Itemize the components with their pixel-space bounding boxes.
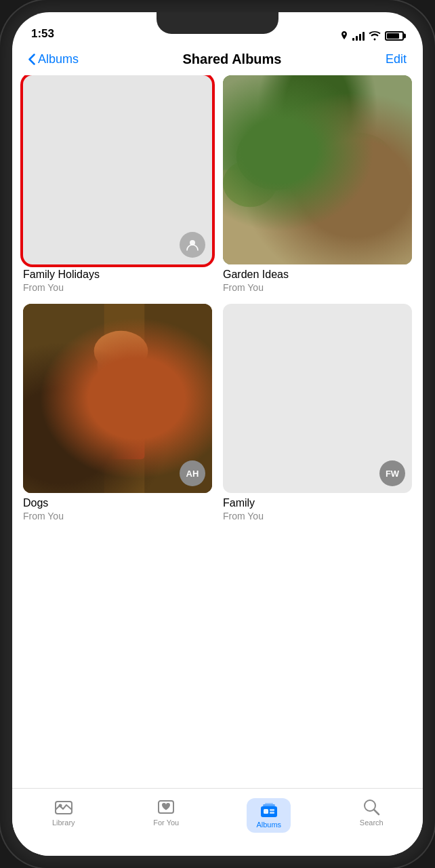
tab-library[interactable]: Library (12, 795, 115, 829)
svg-point-3 (236, 123, 318, 191)
person-badge-family-holidays (180, 232, 205, 258)
svg-rect-23 (264, 809, 268, 814)
tab-albums-label: Albums (256, 821, 281, 829)
svg-rect-21 (263, 804, 275, 806)
album-item-family-holidays[interactable]: Family Holidays From You (23, 75, 212, 293)
album-sub-dogs: From You (23, 511, 212, 521)
nav-bar: Albums Shared Albums Edit (12, 46, 423, 75)
svg-point-4 (284, 102, 352, 184)
location-icon (340, 31, 348, 41)
tab-for-you[interactable]: For You (115, 795, 218, 829)
album-thumb-family: FW (223, 304, 412, 493)
tab-search-label: Search (360, 818, 384, 827)
svg-point-14 (94, 331, 148, 372)
svg-rect-2 (223, 170, 412, 265)
tab-albums[interactable]: Albums (218, 795, 320, 835)
svg-rect-22 (265, 803, 273, 804)
svg-rect-1 (223, 75, 412, 264)
svg-rect-20 (261, 806, 277, 817)
svg-rect-10 (23, 304, 104, 493)
edit-button[interactable]: Edit (386, 52, 407, 66)
tab-for-you-label: For You (153, 818, 179, 827)
library-icon (54, 798, 73, 816)
albums-icon (260, 802, 278, 818)
dogs-badge: AH (180, 460, 205, 486)
back-button[interactable]: Albums (28, 52, 79, 66)
svg-line-27 (374, 810, 379, 814)
album-item-family[interactable]: FW Family From You (223, 304, 412, 521)
status-time: 1:53 (31, 27, 54, 41)
svg-point-8 (341, 157, 402, 197)
status-icons (340, 31, 404, 41)
svg-point-7 (223, 160, 277, 208)
svg-point-5 (320, 133, 395, 194)
album-item-dogs[interactable]: AH Dogs From You (23, 304, 212, 521)
album-name-garden-ideas: Garden Ideas (223, 269, 412, 281)
svg-rect-24 (270, 809, 274, 811)
battery-icon (385, 31, 404, 41)
svg-rect-6 (291, 157, 345, 197)
svg-rect-25 (270, 812, 274, 814)
svg-point-15 (84, 378, 138, 426)
garden-photo-svg (223, 75, 412, 264)
family-badge: FW (379, 460, 405, 486)
svg-point-12 (98, 339, 145, 391)
album-sub-garden-ideas: From You (223, 282, 412, 293)
albums-grid: Family Holidays From You (23, 75, 412, 535)
page-title: Shared Albums (183, 52, 282, 67)
tab-search[interactable]: Search (320, 795, 423, 829)
album-name-dogs: Dogs (23, 497, 212, 509)
for-you-icon (157, 798, 175, 816)
tab-bar: Library For You (12, 788, 423, 856)
svg-point-18 (58, 804, 62, 808)
scroll-area: Family Holidays From You (12, 75, 423, 788)
album-name-family-holidays: Family Holidays (23, 269, 212, 281)
svg-rect-13 (98, 385, 145, 460)
signal-bars (352, 31, 365, 41)
svg-point-16 (84, 374, 118, 403)
album-sub-family: From You (223, 511, 412, 521)
search-icon (362, 798, 380, 816)
album-thumb-family-holidays (23, 75, 212, 264)
album-sub-family-holidays: From You (23, 282, 212, 293)
album-name-family: Family (223, 497, 412, 509)
album-thumb-dogs: AH (23, 304, 212, 493)
album-item-garden-ideas[interactable]: Garden Ideas From You (223, 75, 412, 293)
wifi-icon (369, 31, 381, 41)
album-thumb-garden-ideas (223, 75, 412, 264)
tab-library-label: Library (52, 818, 75, 827)
